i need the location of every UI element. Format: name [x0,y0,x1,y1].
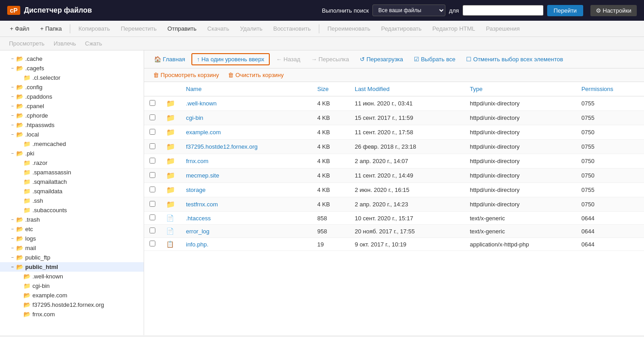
file-name[interactable]: testfrnx.com [186,201,218,208]
sidebar-item[interactable]: −📂etc [0,224,144,234]
delete-button[interactable]: Удалить [236,23,267,34]
view-button[interactable]: Просмотреть [5,39,48,48]
sidebar-item[interactable]: +📁.spamassassin [0,168,144,177]
sidebar-item[interactable]: +📁.sqmailattach [0,177,144,187]
restore-button[interactable]: Восстановить [269,23,315,34]
table-row[interactable]: 📄.htaccess85810 сент. 2020 г., 15:17text… [144,212,644,225]
file-name[interactable]: frnx.com [186,158,209,164]
row-checkbox[interactable] [150,214,155,220]
sidebar-item-label: .cphorde [25,112,48,119]
edit-button[interactable]: Редактировать [376,23,426,34]
table-row[interactable]: 📁testfrnx.com4 KB2 апр. 2020 г., 14:23ht… [144,197,644,212]
sidebar-item[interactable]: −📂.config [0,82,144,92]
row-checkbox[interactable] [150,129,155,135]
html-editor-button[interactable]: Редактор HTML [428,23,480,34]
sidebar-item-label: f37295.hostde12.fornex.org [32,301,104,308]
main-toolbar: + Файл + Папка Копировать Переместить От… [0,21,644,37]
table-row[interactable]: 📄error_log95820 нояб. 2017 г., 17:55text… [144,225,644,238]
name-col-header[interactable]: Name [181,82,312,96]
deselect-all-button[interactable]: ☐ Отменить выбор всех элементов [462,54,567,64]
sidebar-item[interactable]: −📂public_ftp [0,253,144,262]
sidebar-item[interactable]: +📁.ssh [0,196,144,205]
sidebar-item[interactable]: −📂.local [0,130,144,139]
compress-button[interactable]: Сжать [82,39,106,48]
upload-button[interactable]: Отправить [163,23,201,34]
sidebar-item[interactable]: +📁.cl.selector [0,73,144,82]
table-row[interactable]: 📁example.com4 KB11 сент. 2020 г., 17:58h… [144,125,644,140]
extract-button[interactable]: Извлечь [50,39,80,48]
row-checkbox[interactable] [150,187,155,192]
reload-button[interactable]: ↺ Перезагрузка [355,54,408,64]
type-col-header[interactable]: Type [464,82,576,96]
search-button[interactable]: Перейти [547,5,583,16]
row-checkbox[interactable] [150,143,155,149]
sidebar-item[interactable]: −📂.cpanel [0,101,144,111]
table-row[interactable]: 📁frnx.com4 KB2 апр. 2020 г., 14:07httpd/… [144,154,644,168]
file-name[interactable]: .htaccess [186,215,211,222]
row-checkbox[interactable] [150,201,155,207]
sidebar-item[interactable]: −📂frnx.com [0,310,144,319]
sidebar-item[interactable]: −📂.pki [0,149,144,158]
up-level-button[interactable]: ↑ На один уровень вверх [191,53,270,65]
sidebar-item[interactable]: −📂logs [0,234,144,243]
sidebar-item[interactable]: +📁.memcached [0,139,144,149]
sidebar-item[interactable]: −📂public_html [0,262,144,272]
file-name[interactable]: info.php. [186,241,209,248]
back-button[interactable]: ← Назад [272,54,305,64]
sidebar-item[interactable]: −📂mail [0,243,144,253]
search-scope-select[interactable]: Все ваши файлы Только имена файлов Содер… [372,5,445,16]
view-trash-button[interactable]: 🗑 Просмотреть корзину [150,70,222,80]
sidebar-item[interactable]: −📂.cpaddons [0,92,144,101]
file-name[interactable]: f37295.hostde12.fornex.org [186,143,258,150]
search-input[interactable] [463,5,544,16]
sidebar-item[interactable]: −📂.well-known [0,272,144,281]
sidebar-item[interactable]: −📂example.com [0,291,144,300]
forward-button[interactable]: → Пересылка [307,54,354,64]
size-col-header[interactable]: Size [312,82,349,96]
move-button[interactable]: Переместить [116,23,161,34]
file-name[interactable]: example.com [186,129,221,136]
file-name[interactable]: storage [186,187,205,193]
row-checkbox[interactable] [150,100,155,106]
sidebar-item[interactable]: +📁.sqmaildata [0,187,144,196]
table-row[interactable]: 📁storage4 KB2 июн. 2020 г., 16:15httpd/u… [144,183,644,197]
row-checkbox[interactable] [150,241,155,246]
file-name[interactable]: cgi-bin [186,114,203,121]
modified-col-header[interactable]: Last Modified [349,82,465,96]
row-checkbox[interactable] [150,228,155,233]
sidebar-item[interactable]: −📂.htpasswds [0,120,144,130]
sidebar-item[interactable]: −📂.cphorde [0,111,144,120]
sidebar-item[interactable]: −📂.cache [0,54,144,64]
settings-button[interactable]: ⚙ Настройки [590,5,637,16]
table-row[interactable]: 📋info.php.199 окт. 2017 г., 10:19applica… [144,238,644,251]
folder-icon: 📁 [166,200,175,208]
row-checkbox[interactable] [150,172,155,178]
table-row[interactable]: 📁f37295.hostde12.fornex.org4 KB26 февр. … [144,140,644,154]
file-name[interactable]: mecmep.site [186,172,219,179]
sidebar-item-label: .pki [25,150,34,157]
file-name[interactable]: error_log [186,228,209,235]
rename-button[interactable]: Переименовать [323,23,375,34]
table-row[interactable]: 📁.well-known4 KB11 июн. 2020 г., 03:41ht… [144,96,644,111]
new-folder-button[interactable]: + Папка [36,23,66,34]
sidebar-item[interactable]: +📁.subaccounts [0,205,144,215]
table-row[interactable]: 📁cgi-bin4 KB15 сент. 2017 г., 11:59httpd… [144,111,644,125]
row-checkbox[interactable] [150,158,155,164]
sidebar-item[interactable]: −📂.cagefs [0,64,144,73]
sidebar-item[interactable]: +📁.razor [0,158,144,168]
row-checkbox[interactable] [150,114,155,120]
sidebar-item[interactable]: +📁cgi-bin [0,281,144,291]
download-button[interactable]: Скачать [203,23,234,34]
permissions-button[interactable]: Разрешения [481,23,524,34]
permissions-col-header[interactable]: Permissions [576,82,644,96]
sidebar-item[interactable]: −📂f37295.hostde12.fornex.org [0,300,144,310]
select-all-button[interactable]: ☑ Выбрать все [409,54,460,64]
new-file-button[interactable]: + Файл [5,23,34,34]
empty-trash-button[interactable]: 🗑 Очистить корзину [224,70,287,80]
table-row[interactable]: 📁mecmep.site4 KB11 сент. 2020 г., 14:49h… [144,168,644,183]
copy-button[interactable]: Копировать [74,23,114,34]
file-permissions: 0755 [576,111,644,125]
sidebar-item[interactable]: −📂.trash [0,215,144,224]
home-button[interactable]: 🏠 Главная [150,54,190,64]
file-name[interactable]: .well-known [186,100,217,107]
